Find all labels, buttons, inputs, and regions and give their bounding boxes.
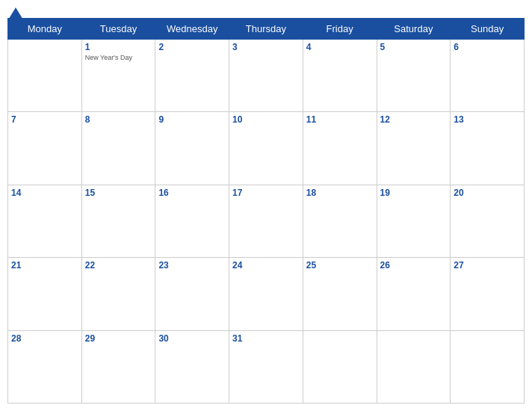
day-number: 24 (232, 260, 300, 271)
calendar-day-cell: 4 (303, 40, 377, 112)
calendar-day-cell: 31 (229, 330, 303, 403)
calendar-week-row: 14151617181920 (8, 185, 525, 257)
calendar-day-cell (8, 40, 82, 112)
calendar-day-cell: 23 (155, 258, 229, 330)
day-number: 4 (306, 42, 374, 52)
weekday-header-cell: Thursday (229, 19, 303, 40)
calendar-day-cell: 30 (155, 330, 229, 403)
day-number: 19 (380, 188, 448, 198)
day-number: 1 (85, 42, 152, 52)
calendar-day-cell: 25 (303, 258, 377, 330)
calendar-week-row: 78910111213 (8, 112, 525, 185)
calendar-day-cell: 13 (451, 112, 525, 185)
calendar-table: MondayTuesdayWednesdayThursdayFridaySatu… (7, 18, 525, 404)
day-number: 18 (306, 188, 374, 198)
calendar-day-cell: 7 (8, 112, 82, 185)
svg-marker-0 (7, 7, 24, 21)
calendar-day-cell: 17 (229, 185, 303, 257)
calendar-day-cell (303, 330, 377, 403)
day-number: 21 (11, 260, 78, 271)
calendar-day-cell: 27 (451, 258, 525, 330)
day-number: 26 (380, 260, 448, 271)
day-number: 10 (232, 114, 300, 125)
day-number: 2 (158, 42, 226, 52)
day-number: 11 (306, 114, 374, 125)
day-number: 22 (85, 260, 152, 271)
calendar-day-cell: 1New Year's Day (81, 40, 155, 112)
calendar-header (7, 7, 525, 13)
calendar-day-cell: 16 (155, 185, 229, 257)
calendar-day-cell: 12 (377, 112, 451, 185)
day-number: 16 (158, 188, 226, 198)
calendar-day-cell: 19 (377, 185, 451, 257)
day-number: 8 (85, 114, 152, 125)
day-number: 3 (232, 42, 300, 52)
calendar-day-cell: 18 (303, 185, 377, 257)
calendar-day-cell: 24 (229, 258, 303, 330)
weekday-header-cell: Tuesday (81, 19, 155, 40)
weekday-header-cell: Sunday (451, 19, 525, 40)
calendar-day-cell: 22 (81, 258, 155, 330)
calendar-day-cell: 3 (229, 40, 303, 112)
calendar-day-cell (451, 330, 525, 403)
day-number: 27 (454, 260, 521, 271)
calendar-day-cell: 8 (81, 112, 155, 185)
day-number: 29 (85, 333, 152, 344)
day-number: 6 (454, 42, 521, 52)
day-number: 23 (158, 260, 226, 271)
day-number: 5 (380, 42, 448, 52)
calendar-day-cell: 6 (451, 40, 525, 112)
day-number: 25 (306, 260, 374, 271)
calendar-week-row: 1New Year's Day23456 (8, 40, 525, 112)
calendar-week-row: 28293031 (8, 330, 525, 403)
calendar-day-cell: 5 (377, 40, 451, 112)
day-number: 30 (158, 333, 226, 344)
calendar-day-cell: 26 (377, 258, 451, 330)
calendar-day-cell: 20 (451, 185, 525, 257)
calendar-day-cell: 10 (229, 112, 303, 185)
calendar-day-cell: 15 (81, 185, 155, 257)
weekday-header: MondayTuesdayWednesdayThursdayFridaySatu… (8, 19, 525, 40)
calendar-day-cell (377, 330, 451, 403)
calendar-day-cell: 28 (8, 330, 82, 403)
calendar-day-cell: 11 (303, 112, 377, 185)
day-number: 31 (232, 333, 300, 344)
calendar-day-cell: 29 (81, 330, 155, 403)
day-number: 13 (454, 114, 521, 125)
holiday-label: New Year's Day (85, 54, 152, 62)
day-number: 14 (11, 188, 78, 198)
calendar-day-cell: 21 (8, 258, 82, 330)
logo-bird-icon (7, 7, 24, 25)
calendar-day-cell: 2 (155, 40, 229, 112)
calendar: MondayTuesdayWednesdayThursdayFridaySatu… (0, 0, 532, 411)
day-number: 12 (380, 114, 448, 125)
day-number: 20 (454, 188, 521, 198)
weekday-header-cell: Saturday (377, 19, 451, 40)
day-number: 15 (85, 188, 152, 198)
weekday-header-cell: Friday (303, 19, 377, 40)
day-number: 9 (158, 114, 226, 125)
day-number: 17 (232, 188, 300, 198)
logo-area (7, 7, 25, 25)
weekday-header-cell: Wednesday (155, 19, 229, 40)
calendar-day-cell: 14 (8, 185, 82, 257)
day-number: 28 (11, 333, 78, 344)
calendar-week-row: 21222324252627 (8, 258, 525, 330)
day-number: 7 (11, 114, 78, 125)
calendar-day-cell: 9 (155, 112, 229, 185)
